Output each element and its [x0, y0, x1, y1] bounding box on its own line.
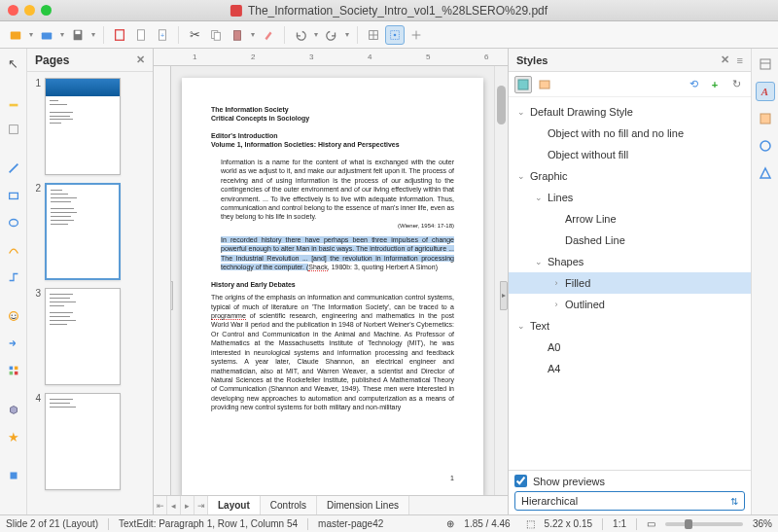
close-pages-panel-icon[interactable]: ✕: [136, 53, 145, 66]
caret-right-icon[interactable]: ›: [551, 278, 561, 288]
curve-tool[interactable]: [3, 239, 24, 261]
caret-down-icon[interactable]: ⌄: [516, 107, 526, 117]
new-doc-button[interactable]: [131, 25, 151, 45]
minimize-window-icon[interactable]: [24, 5, 35, 16]
paste-button[interactable]: [228, 25, 247, 45]
symbol-tool[interactable]: [3, 465, 24, 486]
style-tree-item[interactable]: Arrow Line: [509, 208, 751, 230]
paste-dropdown[interactable]: ▾: [249, 30, 257, 39]
open-button[interactable]: [6, 25, 25, 45]
zoom-slider[interactable]: [665, 522, 743, 526]
status-zoom[interactable]: 36%: [753, 518, 772, 529]
style-filter-combo[interactable]: Hierarchical ⇅: [514, 491, 745, 511]
cut-button[interactable]: ✂: [185, 25, 204, 45]
flowchart-tool[interactable]: [3, 360, 24, 381]
gallery-sidebar-icon[interactable]: [756, 109, 775, 128]
line-tool[interactable]: [3, 158, 24, 179]
caret-down-icon[interactable]: ⌄: [534, 193, 544, 202]
graphic-styles-icon[interactable]: [514, 76, 532, 93]
styles-sidebar-icon[interactable]: A: [756, 82, 775, 101]
tab-nav-prev[interactable]: ◂: [167, 496, 181, 514]
caret-right-icon[interactable]: ›: [551, 300, 561, 309]
style-tree-item[interactable]: ⌄Text: [509, 315, 751, 337]
caret-down-icon[interactable]: ⌄: [516, 321, 526, 331]
combo-dropdown-icon[interactable]: ⇅: [730, 496, 738, 507]
arrow-shapes-tool[interactable]: [3, 333, 24, 354]
page-thumbnail-4[interactable]: ▬▬▬▬▬▬▬▬▬▬▬▬▬▬▬▬▬▬▬▬▬▬▬▬: [45, 393, 121, 490]
panel-menu-icon[interactable]: ≡: [737, 54, 743, 66]
save-button[interactable]: [68, 25, 88, 45]
show-previews-checkbox[interactable]: Show previews: [514, 475, 745, 487]
thumb-row[interactable]: 1 ▬▬▬▬▬▬▬▬▬▬▬▬▬▬▬▬▬▬▬▬▬▬▬▬▬▬▬▬▬▬▬▬▬▬▬▬: [31, 78, 149, 175]
maximize-window-icon[interactable]: [41, 5, 52, 16]
pointer-tool[interactable]: ↖: [3, 53, 24, 74]
helplines-button[interactable]: [407, 25, 426, 45]
export-pdf-button[interactable]: [110, 25, 129, 45]
tab-dimension-lines[interactable]: Dimension Lines: [317, 496, 409, 514]
clone-format-button[interactable]: [259, 25, 278, 45]
style-tree-item[interactable]: ⌄Shapes: [509, 251, 751, 272]
undo-dropdown[interactable]: ▾: [312, 30, 320, 39]
page-thumbnail-1[interactable]: ▬▬▬▬▬▬▬▬▬▬▬▬▬▬▬▬▬▬▬▬▬▬▬▬▬▬▬▬▬▬▬▬▬▬▬▬: [45, 78, 121, 175]
style-tree-item[interactable]: ⌄Graphic: [509, 165, 751, 187]
thumb-row[interactable]: 3 ▬▬▬▬▬▬▬▬▬▬▬▬▬▬▬▬▬▬▬▬▬▬▬▬▬▬▬▬▬▬▬▬▬▬▬▬▬▬…: [31, 288, 149, 385]
zoom-knob[interactable]: [685, 519, 692, 529]
style-tree-item[interactable]: ›Filled: [509, 272, 751, 294]
style-tree-item[interactable]: Object with no fill and no line: [509, 123, 751, 144]
page-workspace[interactable]: ◂ The Information Society Critical Conce…: [171, 66, 494, 495]
style-tree-item[interactable]: Object without fill: [509, 144, 751, 165]
basic-shapes-tool[interactable]: [3, 305, 24, 327]
thumb-row[interactable]: 2 ▬▬▬▬▬▬▬▬▬▬▬▬▬▬▬▬▬▬▬▬▬▬▬▬▬▬▬▬▬▬▬▬▬▬▬▬▬▬…: [31, 183, 149, 280]
tab-layout[interactable]: Layout: [208, 496, 261, 514]
shapes-sidebar-icon[interactable]: [756, 163, 775, 183]
style-tree-item[interactable]: A0: [509, 337, 751, 358]
redo-button[interactable]: [322, 25, 341, 45]
properties-sidebar-icon[interactable]: [756, 54, 775, 74]
redo-dropdown[interactable]: ▾: [343, 30, 351, 39]
grid-button[interactable]: [364, 25, 383, 45]
thumb-row[interactable]: 4 ▬▬▬▬▬▬▬▬▬▬▬▬▬▬▬▬▬▬▬▬▬▬▬▬: [31, 393, 149, 490]
new-style-icon[interactable]: +: [706, 76, 724, 93]
close-window-icon[interactable]: [8, 5, 18, 16]
snap-button[interactable]: [385, 25, 405, 45]
vertical-ruler[interactable]: [154, 66, 171, 495]
tab-controls[interactable]: Controls: [261, 496, 317, 514]
open-dropdown[interactable]: ▾: [27, 30, 35, 39]
star-tool[interactable]: ★: [3, 426, 24, 447]
splitter-handle-right[interactable]: ▸: [500, 281, 508, 310]
fill-color-tool[interactable]: [3, 91, 24, 113]
tab-nav-last[interactable]: ⇥: [194, 496, 208, 514]
tab-nav-first[interactable]: ⇤: [154, 496, 167, 514]
status-slide[interactable]: Slide 2 of 21 (Layout): [6, 518, 98, 529]
page-thumbnail-2[interactable]: ▬▬▬▬▬▬▬▬▬▬▬▬▬▬▬▬▬▬▬▬▬▬▬▬▬▬▬▬▬▬▬▬▬▬▬▬▬▬▬▬…: [45, 183, 121, 280]
style-tree-item[interactable]: ⌄Default Drawing Style: [509, 101, 751, 123]
status-master[interactable]: master-page42: [318, 518, 383, 529]
vertical-scrollbar[interactable]: ▸: [494, 66, 508, 495]
connector-tool[interactable]: [3, 266, 24, 288]
save-dropdown[interactable]: ▾: [89, 30, 97, 39]
page-thumbnail-3[interactable]: ▬▬▬▬▬▬▬▬▬▬▬▬▬▬▬▬▬▬▬▬▬▬▬▬▬▬▬▬▬▬▬▬▬▬▬▬▬▬▬▬…: [45, 288, 121, 385]
horizontal-ruler[interactable]: 1 2 3 4 5 6: [154, 49, 508, 66]
navigator-sidebar-icon[interactable]: [756, 136, 775, 156]
undo-button[interactable]: [291, 25, 310, 45]
gradient-tool[interactable]: [3, 119, 24, 140]
caret-down-icon[interactable]: ⌄: [534, 257, 544, 266]
folder-button[interactable]: [37, 25, 56, 45]
ellipse-tool[interactable]: [3, 212, 24, 233]
rect-tool[interactable]: [3, 185, 24, 206]
document-page[interactable]: The Information Society Critical Concept…: [182, 78, 483, 495]
3d-tool[interactable]: [3, 399, 24, 420]
caret-down-icon[interactable]: ⌄: [516, 171, 526, 181]
style-tree-item[interactable]: ⌄Lines: [509, 187, 751, 208]
fill-format-icon[interactable]: ⟲: [685, 76, 702, 93]
style-tree-item[interactable]: Dashed Line: [509, 230, 751, 251]
vscroll-thumb[interactable]: [497, 86, 506, 124]
update-style-icon[interactable]: ↻: [727, 76, 745, 93]
copy-button[interactable]: [206, 25, 226, 45]
splitter-handle-left[interactable]: ◂: [171, 281, 173, 310]
tab-nav-next[interactable]: ▸: [181, 496, 194, 514]
show-previews-input[interactable]: [514, 475, 527, 487]
status-scale[interactable]: 1:1: [613, 518, 626, 529]
folder-dropdown[interactable]: ▾: [58, 30, 66, 39]
insert-page-button[interactable]: +: [153, 25, 172, 45]
